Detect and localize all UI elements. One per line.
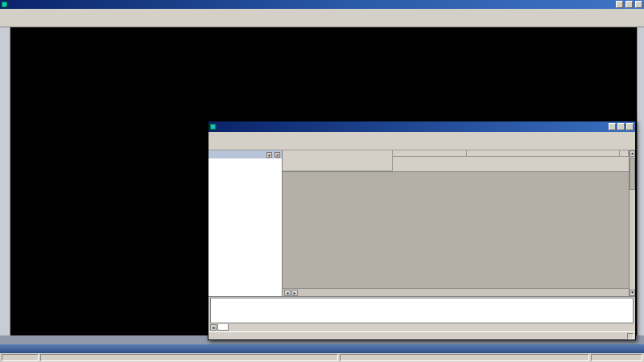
cm-grid-body: [283, 172, 629, 288]
cm-output-log: [210, 298, 634, 323]
column-header-constraint-class-net[interactable]: [283, 150, 393, 171]
cm-body: ▾ ✕ ◄ ►: [208, 150, 635, 296]
cm-grid-header: [283, 150, 629, 172]
cm-navigator-header: ▾ ✕: [208, 150, 282, 158]
cm-maximize-button[interactable]: [617, 123, 625, 130]
function-key-strip: [0, 344, 644, 353]
cm-window-icon: [210, 124, 216, 130]
status-selection-detail: [40, 354, 338, 361]
tab-scroll-right-icon[interactable]: ►: [291, 290, 298, 296]
app-window: ▾ ✕ ◄ ►: [0, 0, 644, 362]
status-grid: [591, 354, 642, 361]
cm-toolbar: [208, 140, 635, 150]
app-menubar: [0, 9, 644, 17]
cm-navigator-panel: ▾ ✕: [208, 150, 283, 296]
cm-titlebar[interactable]: [208, 121, 635, 132]
scroll-up-icon[interactable]: ▲: [630, 150, 635, 157]
app-icon: [2, 2, 7, 7]
constraint-manager-window: ▾ ✕ ◄ ►: [208, 121, 636, 340]
cm-close-button[interactable]: [626, 123, 634, 130]
cm-vertical-scrollbar[interactable]: ▲ ▼: [629, 150, 635, 296]
minimize-button[interactable]: [616, 1, 623, 8]
app-titlebar: [0, 0, 644, 9]
cm-output-panel: ◄: [208, 296, 635, 331]
column-group-length[interactable]: [620, 150, 629, 157]
cm-minimize-button[interactable]: [609, 123, 616, 130]
left-toolbar: [0, 27, 10, 335]
column-group-layer-length[interactable]: [393, 150, 467, 157]
cm-menubar: [208, 132, 635, 140]
column-group-from-to-constraints[interactable]: [467, 150, 620, 157]
right-dock-strip[interactable]: [637, 27, 644, 335]
cm-output-tabs: ◄: [208, 323, 635, 331]
close-button[interactable]: [635, 1, 642, 8]
navigator-close-icon[interactable]: ✕: [275, 152, 280, 158]
tab-scroll-left-icon[interactable]: ◄: [284, 290, 291, 296]
app-toolbar: [0, 17, 644, 27]
scroll-down-icon[interactable]: ▼: [630, 290, 635, 296]
output-tab[interactable]: [217, 324, 229, 331]
output-scroll-left-icon[interactable]: ◄: [210, 324, 217, 331]
maximize-button[interactable]: [625, 1, 633, 8]
cm-page-tabs: ◄ ►: [283, 288, 629, 296]
status-mode: [2, 354, 39, 361]
status-counts: [340, 354, 589, 361]
app-statusbar: [0, 353, 644, 362]
cm-grid-zone: ◄ ►: [283, 150, 629, 296]
cm-status-context: [627, 333, 634, 339]
cm-statusbar: [208, 331, 635, 339]
navigator-pin-icon[interactable]: ▾: [266, 152, 272, 158]
scrollbar-thumb[interactable]: [630, 158, 635, 190]
cm-navigator-tree: [208, 158, 282, 296]
